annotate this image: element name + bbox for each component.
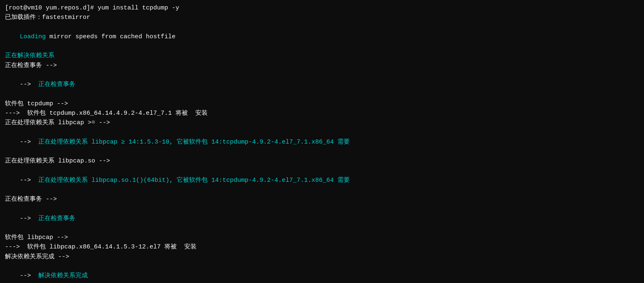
loading-line: Loading mirror speeds from cached hostfi… <box>5 23 639 51</box>
depdone-line: --> 解决依赖关系完成 <box>5 262 639 283</box>
loading-text: Loading <box>20 33 46 40</box>
arrow1-line: --> 正在检查事务 <box>5 70 639 99</box>
dep2-text: 正在处理依赖关系 libpcap.so.1()(64bit), 它被软件包 14… <box>35 177 350 184</box>
arrow2-line: --> 正在检查事务 <box>5 204 639 233</box>
depdone-text: 解决依赖关系完成 <box>35 272 88 279</box>
arrow1-text: 正在检查事务 <box>35 81 75 88</box>
depdone-arrow: --> <box>20 272 35 279</box>
cmd-line: [root@vm10 yum.repos.d]# yum install tcp… <box>5 3 639 13</box>
dep2-arrow: --> <box>20 177 35 184</box>
dep1-arrow: --> <box>20 139 35 146</box>
arrow2-arrow: --> <box>20 215 35 222</box>
dep1-line: --> 正在处理依赖关系 libpcap ≥ 14:1.5.3-10, 它被软件… <box>5 128 639 156</box>
dep2-line: --> 正在处理依赖关系 libpcap.so.1()(64bit), 它被软件… <box>5 166 639 195</box>
arrow1-arrow: --> <box>20 81 35 88</box>
install2-line: ---> 软件包 libpcap.x86_64.14.1.5.3-12.el7 … <box>5 242 639 252</box>
plugin-line: 已加载插件：fastestmirror <box>5 13 639 22</box>
loading-rest: mirror speeds from cached hostfile <box>46 33 176 40</box>
install1-line: ---> 软件包 tcpdump.x86_64.14.4.9.2-4.el7_7… <box>5 109 639 118</box>
terminal: [root@vm10 yum.repos.d]# yum install tcp… <box>0 0 644 283</box>
arrow2-text: 正在检查事务 <box>35 215 75 222</box>
dep1-text: 正在处理依赖关系 libpcap ≥ 14:1.5.3-10, 它被软件包 14… <box>35 139 350 146</box>
resolving-line: 正在解决依赖关系 <box>5 51 639 60</box>
